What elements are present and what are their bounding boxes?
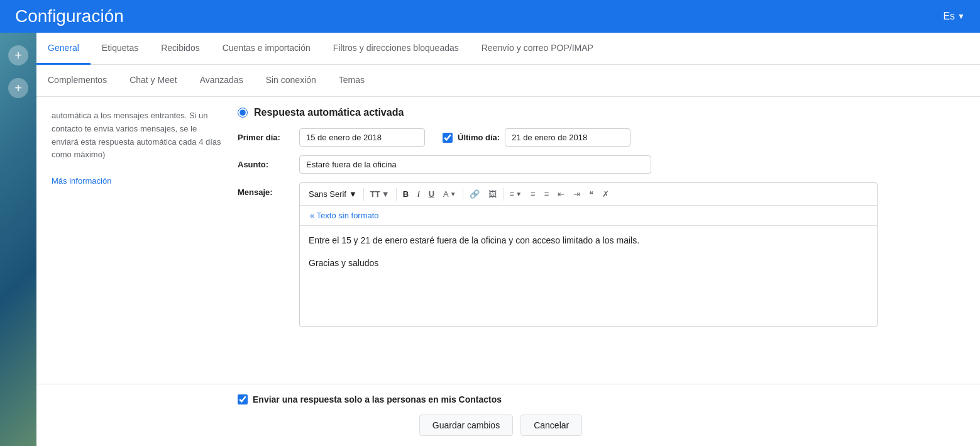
auto-reply-title: Respuesta automática activada bbox=[254, 107, 404, 118]
contacts-row: Enviar una respuesta solo a las personas… bbox=[36, 394, 965, 404]
tab-temas[interactable]: Temas bbox=[328, 65, 376, 97]
tab-sinconexion[interactable]: Sin conexión bbox=[255, 65, 328, 97]
plain-text-link[interactable]: « Texto sin formato bbox=[305, 208, 384, 223]
tab-complementos[interactable]: Complementos bbox=[36, 65, 118, 97]
message-line2[interactable]: Gracias y saludos bbox=[309, 256, 868, 271]
quote-icon: ❝ bbox=[589, 189, 593, 199]
asunto-row: Asunto: bbox=[238, 155, 965, 174]
ordered-list-icon: ≡ bbox=[531, 189, 536, 199]
bottom-section: Enviar una respuesta solo a las personas… bbox=[36, 384, 980, 446]
underline-button[interactable]: U bbox=[425, 187, 438, 201]
language-label: Es bbox=[943, 11, 955, 22]
message-line1[interactable]: Entre el 15 y 21 de enero estaré fuera d… bbox=[309, 233, 868, 248]
mensaje-label: Mensaje: bbox=[238, 182, 294, 197]
plain-text-bar: « Texto sin formato bbox=[300, 206, 877, 226]
clear-format-button[interactable]: ✗ bbox=[598, 187, 613, 201]
link-icon: 🔗 bbox=[470, 189, 480, 199]
image-button[interactable]: 🖼 bbox=[485, 187, 500, 201]
tabs-row2: Complementos Chat y Meet Avanzadas Sin c… bbox=[36, 65, 980, 97]
font-family-button[interactable]: Sans Serif ▼ bbox=[305, 187, 361, 201]
ultimo-dia-checkbox[interactable] bbox=[443, 133, 453, 143]
unordered-list-icon: ≡ bbox=[544, 189, 549, 199]
language-arrow: ▼ bbox=[957, 12, 965, 21]
content-area: General Etiquetas Recibidos Cuentas e im… bbox=[36, 33, 980, 446]
ultimo-dia-input[interactable] bbox=[505, 128, 630, 147]
description-text: automática a los mensajes entrantes. Si … bbox=[52, 111, 221, 159]
plus-icon: + bbox=[14, 48, 22, 63]
settings-content: automática a los mensajes entrantes. Si … bbox=[36, 97, 980, 446]
tab-chat[interactable]: Chat y Meet bbox=[118, 65, 188, 97]
font-size-button[interactable]: TT ▼ bbox=[366, 187, 394, 201]
clear-format-icon: ✗ bbox=[602, 189, 609, 199]
asunto-input[interactable] bbox=[299, 155, 651, 174]
asunto-label: Asunto: bbox=[238, 160, 294, 169]
quote-button[interactable]: ❝ bbox=[585, 187, 597, 201]
settings-body: automática a los mensajes entrantes. Si … bbox=[36, 97, 980, 384]
toolbar-divider-1 bbox=[363, 188, 364, 201]
message-row: Mensaje: Sans Serif ▼ TT bbox=[238, 182, 965, 327]
link-button[interactable]: 🔗 bbox=[466, 187, 483, 201]
image-icon: 🖼 bbox=[488, 189, 497, 199]
numbered-list-button[interactable]: ≡ bbox=[527, 187, 539, 201]
save-button[interactable]: Guardar cambios bbox=[419, 415, 513, 436]
tabs-row1: General Etiquetas Recibidos Cuentas e im… bbox=[36, 33, 980, 65]
auto-reply-radio[interactable] bbox=[238, 108, 248, 118]
sidebar-add-button[interactable]: + bbox=[8, 45, 28, 65]
ultimo-dia-label: Último día: bbox=[458, 133, 500, 142]
indent-left-icon: ⇤ bbox=[558, 189, 564, 199]
contacts-checkbox[interactable] bbox=[238, 394, 248, 404]
sidebar-add-button-2[interactable]: + bbox=[8, 78, 28, 98]
tab-etiquetas[interactable]: Etiquetas bbox=[91, 33, 150, 65]
main-layout: + + General Etiquetas Recibidos Cuentas … bbox=[0, 33, 980, 446]
toolbar-divider-4 bbox=[503, 188, 504, 201]
bold-button[interactable]: B bbox=[399, 187, 412, 201]
text-color-button[interactable]: A ▼ bbox=[439, 187, 460, 201]
primer-dia-input[interactable] bbox=[299, 128, 425, 147]
more-info-link[interactable]: Más información bbox=[52, 176, 111, 186]
indent-more-button[interactable]: ⇥ bbox=[570, 187, 584, 201]
plus-icon-2: + bbox=[14, 81, 22, 96]
align-button[interactable]: ≡ ▼ bbox=[506, 187, 526, 201]
settings-form: Respuesta automática activada Primer día… bbox=[238, 97, 980, 384]
tab-recibidos[interactable]: Recibidos bbox=[150, 33, 211, 65]
bullet-list-button[interactable]: ≡ bbox=[541, 187, 553, 201]
language-selector[interactable]: Es ▼ bbox=[943, 11, 965, 22]
editor-toolbar: Sans Serif ▼ TT ▼ B bbox=[300, 183, 877, 206]
tab-reenvio[interactable]: Reenvío y correo POP/IMAP bbox=[470, 33, 605, 65]
toolbar-divider-3 bbox=[463, 188, 463, 201]
indent-less-button[interactable]: ⇤ bbox=[554, 187, 568, 201]
toolbar-divider-2 bbox=[396, 188, 397, 201]
primer-dia-label: Primer día: bbox=[238, 133, 294, 142]
auto-reply-header: Respuesta automática activada bbox=[238, 107, 965, 118]
header-bar: Configuración Es ▼ bbox=[0, 0, 980, 33]
cancel-button[interactable]: Cancelar bbox=[520, 415, 582, 436]
indent-right-icon: ⇥ bbox=[573, 189, 580, 199]
italic-button[interactable]: I bbox=[414, 187, 424, 201]
ultimo-dia-group: Último día: bbox=[443, 128, 630, 147]
tab-filtros[interactable]: Filtros y direcciones bloqueadas bbox=[322, 33, 470, 65]
tab-cuentas[interactable]: Cuentas e importación bbox=[211, 33, 322, 65]
sidebar: + + bbox=[0, 33, 36, 446]
buttons-row: Guardar cambios Cancelar bbox=[36, 415, 965, 436]
tab-general[interactable]: General bbox=[36, 33, 91, 65]
tab-avanzadas[interactable]: Avanzadas bbox=[189, 65, 255, 97]
settings-description: automática a los mensajes entrantes. Si … bbox=[36, 97, 238, 384]
message-editor[interactable]: Entre el 15 y 21 de enero estaré fuera d… bbox=[300, 226, 877, 326]
dates-row: Primer día: Último día: bbox=[238, 128, 965, 147]
contacts-label: Enviar una respuesta solo a las personas… bbox=[253, 394, 502, 404]
editor-container: Sans Serif ▼ TT ▼ B bbox=[299, 182, 878, 327]
page-title: Configuración bbox=[15, 6, 124, 26]
